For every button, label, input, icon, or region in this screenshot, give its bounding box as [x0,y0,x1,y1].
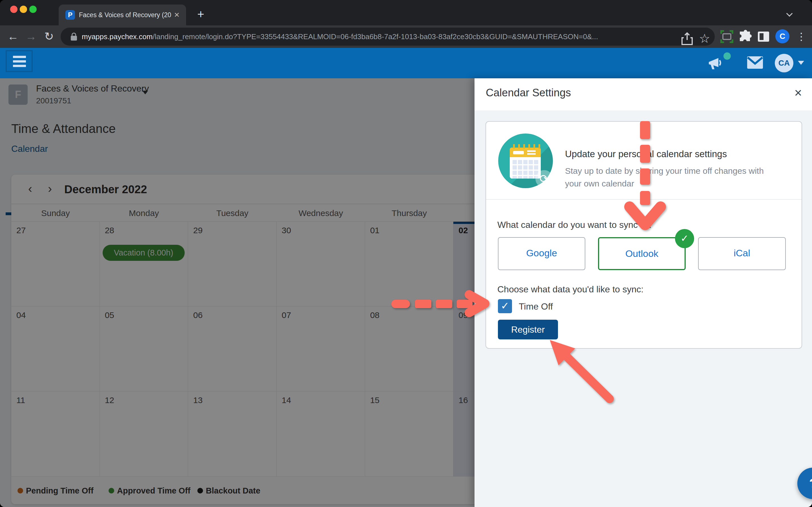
time-off-checkbox[interactable]: ✓ [498,299,512,313]
announcements-icon[interactable] [707,55,725,71]
settings-subheading: Stay up to date by sharing your time off… [565,165,779,190]
provider-label: Google [526,238,557,269]
close-icon[interactable]: × [790,84,807,101]
paychex-favicon: P [65,10,75,20]
url-text: myapps.paychex.com/landing_remote/login.… [82,27,682,46]
address-bar[interactable]: myapps.paychex.com/landing_remote/login.… [61,27,715,46]
bookmark-star-icon[interactable]: ☆ [696,27,713,50]
traffic-light-zoom[interactable] [29,6,37,13]
url-host: myapps.paychex.com [82,33,153,41]
provider-label: iCal [733,238,750,269]
overlay-scrim[interactable] [0,78,474,507]
paychex-app-bar: CA [0,48,812,78]
provider-button-google[interactable]: Google [498,237,585,270]
calendar-sync-illustration: ⟳ [498,133,553,188]
panel-title: Calendar Settings [486,87,571,99]
traffic-light-close[interactable] [10,6,17,13]
browser-toolbar: ← → ↻ myapps.paychex.com/landing_remote/… [0,25,812,48]
new-tab-button[interactable]: + [193,7,208,22]
sync-arrows-icon: ⟳ [536,170,553,187]
page-viewport: CA F Faces & Voices of Recovery 20019751… [0,48,812,507]
traffic-light-minimize[interactable] [20,6,27,13]
provider-button-outlook[interactable]: Outlook [598,237,686,270]
user-menu-caret-icon[interactable] [798,61,804,65]
divider [486,199,802,200]
selected-check-badge: ✓ [675,229,694,248]
settings-heading: Update your personal calendar settings [565,149,727,159]
browser-menu-icon[interactable]: ⋮ [796,27,807,46]
data-question: Choose what data you'd like to sync: [497,284,644,295]
lock-icon [71,33,77,41]
notification-dot [723,52,731,60]
messages-icon[interactable] [747,56,763,69]
hamburger-menu-icon[interactable] [6,50,33,72]
provider-label: Outlook [625,238,658,269]
tab-strip: P Faces & Voices of Recovery (20 × + [0,0,812,25]
register-button[interactable]: Register [498,320,558,339]
browser-tab[interactable]: P Faces & Voices of Recovery (20 × [59,4,186,25]
browser-profile-avatar[interactable]: C [775,29,790,43]
user-avatar[interactable]: CA [775,54,794,72]
extensions-puzzle-icon[interactable] [737,27,755,46]
back-button[interactable]: ← [4,25,21,48]
time-off-label: Time Off [519,301,553,312]
url-path: /landing_remote/login.do?TYPE=33554433&R… [153,33,598,41]
side-panel-icon[interactable] [755,27,772,46]
tab-title: Faces & Voices of Recovery (20 [79,4,172,25]
calendar-settings-panel: Calendar Settings × ⟳ Update your person… [474,78,812,507]
share-icon[interactable] [678,30,696,48]
tab-close-icon[interactable]: × [171,10,182,20]
browser-window: P Faces & Voices of Recovery (20 × + ← →… [0,0,812,507]
panel-header: Calendar Settings × [474,78,812,110]
sync-question: What calendar do you want to sync to? [497,220,653,230]
screenshot-extension-icon[interactable] [718,27,736,46]
settings-card: ⟳ Update your personal calendar settings… [486,121,802,349]
provider-button-ical[interactable]: iCal [698,237,786,270]
reload-button[interactable]: ↻ [41,25,57,48]
chevron-down-icon[interactable] [785,10,794,15]
forward-button[interactable]: → [22,25,40,48]
